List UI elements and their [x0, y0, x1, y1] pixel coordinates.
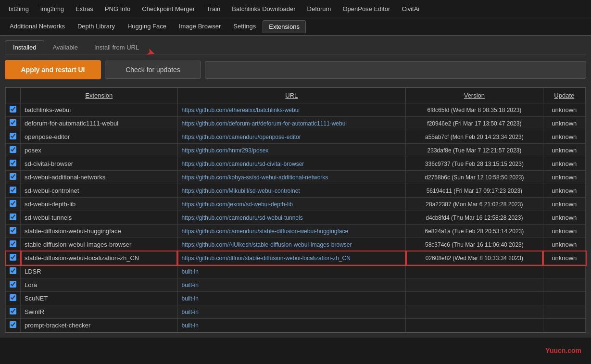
nav-deforum[interactable]: Deforum [302, 3, 336, 15]
extension-checkbox[interactable] [10, 187, 16, 193]
table-row: sd-webui-controlnethttps://github.com/Mi… [6, 184, 586, 198]
extension-url: built-in [177, 305, 406, 319]
table-row: openpose-editorhttps://github.com/camend… [6, 130, 586, 144]
main-content: Installed Available Install from URL ➤ A… [0, 36, 591, 338]
extension-checkbox[interactable] [10, 106, 16, 113]
extension-url: built-in [177, 278, 406, 292]
row-checkbox-cell [6, 278, 21, 292]
extension-update: unknown [543, 184, 585, 198]
search-input[interactable] [205, 61, 586, 79]
extension-checkbox[interactable] [10, 200, 16, 207]
col-update: Update [543, 88, 585, 103]
nav-civitai[interactable]: CivitAi [397, 3, 424, 15]
extension-update: unknown [543, 238, 585, 251]
nav-additional-networks[interactable]: Additional Networks [4, 20, 71, 33]
extension-url: https://github.com/AlUlkesh/stable-diffu… [177, 238, 406, 251]
table-row: LDSRbuilt-in [6, 265, 586, 278]
extension-checkbox[interactable] [10, 254, 16, 261]
table-row: deforum-for-automatic1111-webuihttps://g… [6, 117, 586, 130]
extension-name: ScuNET [21, 292, 178, 305]
col-url: URL [177, 88, 406, 103]
nav-extras[interactable]: Extras [71, 3, 98, 15]
tab-available[interactable]: Available [44, 40, 86, 54]
extension-update: unknown [543, 251, 585, 265]
extension-checkbox[interactable] [10, 160, 16, 166]
nav-img2img[interactable]: img2img [36, 3, 69, 15]
check-updates-button[interactable]: Check for updates [105, 61, 201, 79]
table-row: sd-civitai-browserhttps://github.com/cam… [6, 157, 586, 171]
extension-url: https://github.com/deforum-art/deforum-f… [177, 117, 406, 130]
extensions-tabs: Installed Available Install from URL [5, 40, 586, 54]
apply-restart-button[interactable]: Apply and restart UI [5, 60, 101, 79]
nav-train[interactable]: Train [201, 3, 225, 15]
table-row: batchlinks-webuihttps://github.com/ether… [6, 103, 586, 117]
extension-checkbox[interactable] [10, 308, 16, 314]
nav-image-browser[interactable]: Image Browser [173, 20, 226, 33]
extension-name: Lora [21, 278, 178, 292]
extension-checkbox[interactable] [10, 133, 16, 139]
extension-update: unknown [543, 157, 585, 171]
extension-url: built-in [177, 292, 406, 305]
extension-update: unknown [543, 171, 585, 184]
extension-name: sd-webui-controlnet [21, 184, 178, 198]
extension-update [543, 278, 585, 292]
extension-checkbox[interactable] [10, 281, 16, 288]
nav-openpose[interactable]: OpenPose Editor [338, 3, 395, 15]
extension-name: sd-webui-depth-lib [21, 198, 178, 211]
nav-depth-library[interactable]: Depth Library [72, 20, 121, 33]
extensions-table: Extension URL Version Update batchlinks-… [5, 87, 586, 333]
tab-install-from-url[interactable]: Install from URL [86, 40, 147, 54]
extension-name: deforum-for-automatic1111-webui [21, 117, 178, 130]
row-checkbox-cell [6, 251, 21, 265]
extension-checkbox[interactable] [10, 267, 16, 274]
col-checkbox [6, 88, 21, 103]
nav-hugging-face[interactable]: Hugging Face [122, 20, 172, 33]
row-checkbox-cell [6, 130, 21, 144]
nav-settings[interactable]: Settings [227, 20, 262, 33]
nav-txt2img[interactable]: txt2img [4, 3, 34, 15]
row-checkbox-cell [6, 157, 21, 171]
extension-update [543, 319, 585, 332]
extension-version: 336c9737 (Tue Feb 28 13:15:15 2023) [406, 157, 543, 171]
extension-update: unknown [543, 103, 585, 117]
extension-name: LDSR [21, 265, 178, 278]
nav-png-info[interactable]: PNG Info [100, 3, 135, 15]
extension-name: stable-diffusion-webui-huggingface [21, 225, 178, 238]
extension-checkbox[interactable] [10, 227, 16, 234]
table-row: ScuNETbuilt-in [6, 292, 586, 305]
row-checkbox-cell [6, 319, 21, 332]
extension-version: a55ab7cf (Mon Feb 20 14:23:34 2023) [406, 130, 543, 144]
row-checkbox-cell [6, 117, 21, 130]
actions-row: Apply and restart UI Check for updates [5, 60, 586, 79]
extension-checkbox[interactable] [10, 321, 16, 328]
extension-url: https://github.com/camenduru/sd-webui-tu… [177, 211, 406, 225]
extension-name: prompt-bracket-checker [21, 319, 178, 332]
extension-checkbox[interactable] [10, 240, 16, 247]
extension-url: built-in [177, 265, 406, 278]
nav-extensions[interactable]: Extensions [263, 20, 306, 33]
nav-checkpoint-merger[interactable]: Checkpoint Merger [137, 3, 200, 15]
extension-update: unknown [543, 211, 585, 225]
extension-checkbox[interactable] [10, 213, 16, 220]
tab-installed[interactable]: Installed [5, 40, 44, 54]
table-row: posexhttps://github.com/hnmr293/posex233… [6, 144, 586, 157]
table-row: stable-diffusion-webui-images-browserhtt… [6, 238, 586, 251]
extension-version: 28a22387 (Mon Mar 6 21:02:28 2023) [406, 198, 543, 211]
extension-checkbox[interactable] [10, 146, 16, 153]
extension-checkbox[interactable] [10, 294, 16, 301]
extension-name: sd-webui-tunnels [21, 211, 178, 225]
extension-url: https://github.com/Mikubill/sd-webui-con… [177, 184, 406, 198]
extension-name: stable-diffusion-webui-images-browser [21, 238, 178, 251]
nav-batchlinks[interactable]: Batchlinks Downloader [227, 3, 300, 15]
extension-name: sd-webui-additional-networks [21, 171, 178, 184]
extension-version [406, 305, 543, 319]
table-row: prompt-bracket-checkerbuilt-in [6, 319, 586, 332]
extension-version: 02608e82 (Wed Mar 8 10:33:34 2023) [406, 251, 543, 265]
row-checkbox-cell [6, 305, 21, 319]
extension-update: unknown [543, 117, 585, 130]
extension-version: d2758b6c (Sun Mar 12 10:58:50 2023) [406, 171, 543, 184]
extension-url: https://github.com/camenduru/sd-civitai-… [177, 157, 406, 171]
row-checkbox-cell [6, 211, 21, 225]
extension-checkbox[interactable] [10, 173, 16, 180]
extension-checkbox[interactable] [10, 119, 16, 126]
